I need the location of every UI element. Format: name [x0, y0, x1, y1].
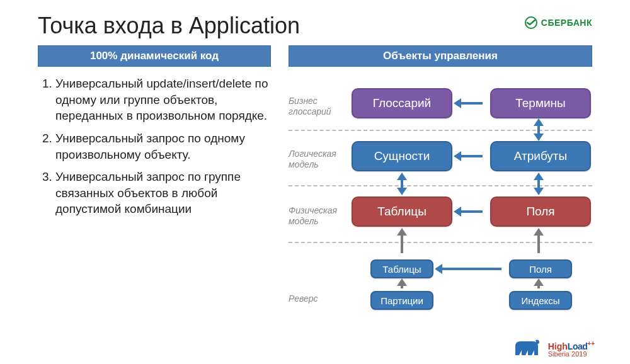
arrow-gray-up: [537, 285, 540, 288]
arrow-h: [441, 268, 501, 270]
label-logical: Логическая модель: [289, 149, 343, 170]
page-title: Точка входа в Application: [38, 13, 300, 39]
arrow-gray-up: [537, 234, 540, 253]
sber-logo-text: СБЕРБАНК: [541, 18, 592, 28]
arrow-gray-up: [401, 234, 403, 253]
box-attrs: Атрибуты: [490, 141, 591, 171]
arrow-v: [537, 179, 540, 189]
box-glossary: Глоссарий: [352, 88, 452, 118]
label-biz: Бизнес глоссарий: [289, 96, 343, 117]
arrow-h: [460, 102, 483, 105]
footer-logos: HighLoad++ Siberia 2019: [512, 336, 595, 358]
highload-logo: HighLoad++ Siberia 2019: [548, 342, 595, 358]
dynamic-code-list: Универсальный update/insert/delete по од…: [38, 76, 271, 217]
divider: [289, 185, 592, 186]
box-tables: Таблицы: [352, 196, 452, 227]
arrow-h: [460, 210, 483, 213]
arrow-v: [537, 125, 540, 135]
box-indexes: Индексы: [509, 291, 572, 310]
hl-sub: Siberia 2019: [548, 351, 595, 358]
right-header: Объекты управления: [289, 45, 592, 67]
hl-plus: ++: [587, 340, 595, 347]
box-tables2: Таблицы: [370, 259, 433, 278]
objects-diagram: Бизнес глоссарий Логическая модель Физич…: [289, 73, 592, 344]
box-fields2: Поля: [509, 259, 572, 278]
arrow-v: [401, 179, 403, 189]
sber-logo-icon: [525, 16, 537, 29]
sberbank-logo: СБЕРБАНК: [525, 16, 592, 29]
box-terms: Термины: [490, 88, 591, 118]
list-item: Универсальный запрос по одному произволь…: [55, 130, 271, 162]
list-item: Универсальный update/insert/delete по од…: [55, 76, 271, 124]
arrow-gray-up: [401, 285, 403, 288]
label-reverse: Реверс: [289, 293, 343, 304]
arrow-h: [460, 155, 483, 157]
divider: [289, 130, 592, 131]
bear-icon: [512, 336, 542, 358]
box-fields: Поля: [490, 196, 591, 227]
box-partitions: Партиции: [370, 291, 433, 310]
left-header: 100% динамический код: [38, 45, 271, 67]
list-item: Универсальный запрос по группе связанных…: [55, 169, 271, 217]
label-physical: Физическая модель: [289, 205, 343, 227]
divider: [289, 242, 592, 243]
box-entities: Сущности: [352, 141, 452, 171]
